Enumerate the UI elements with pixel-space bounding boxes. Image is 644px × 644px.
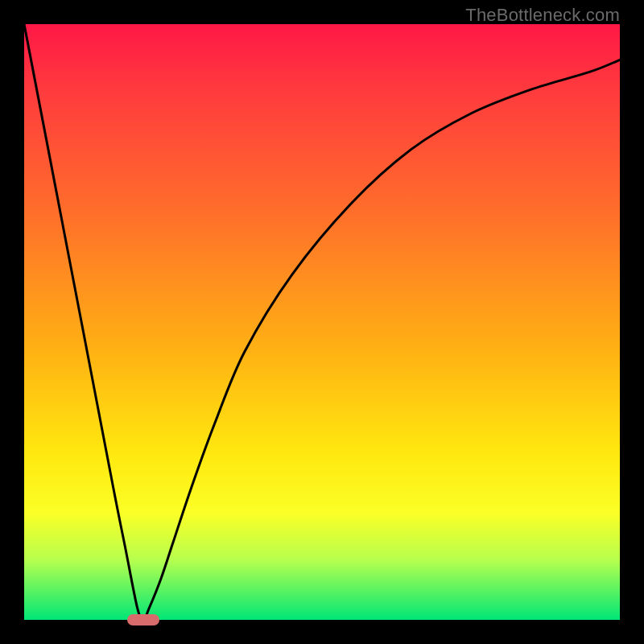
optimum-marker: [127, 614, 160, 625]
chart-frame: TheBottleneck.com: [0, 0, 644, 644]
bottleneck-curve-path: [24, 24, 620, 620]
plot-area: [24, 24, 620, 620]
watermark-text: TheBottleneck.com: [465, 5, 620, 26]
curve-svg: [24, 24, 620, 620]
